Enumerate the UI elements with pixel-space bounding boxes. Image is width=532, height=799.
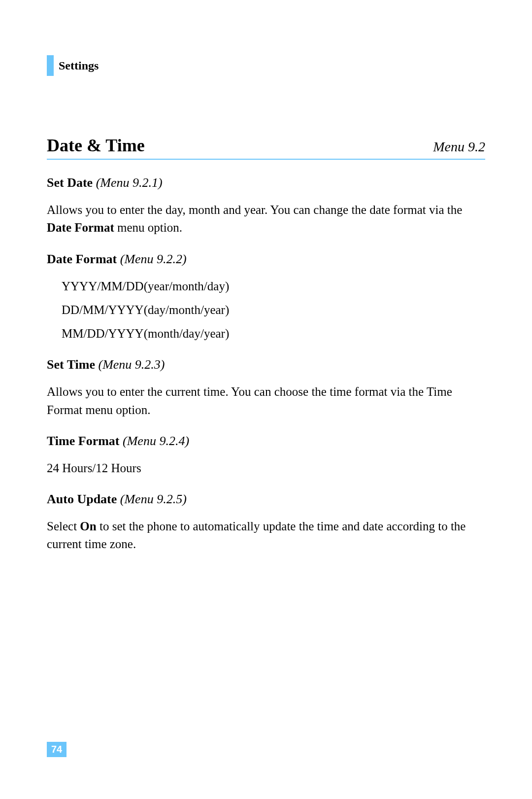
set-date-body: Allows you to enter the day, month and y… [47,201,485,237]
header-accent-bar [47,55,54,76]
page-content: Settings Date & Time Menu 9.2 Set Date (… [0,0,532,554]
set-date-title-text: Set Date [47,175,93,190]
auto-update-body-bold: On [80,520,96,533]
set-time-menu-ref: (Menu 9.2.3) [98,357,165,372]
date-format-item: MM/DD/YYYY(month/day/year) [62,325,485,343]
set-time-title-text: Set Time [47,357,95,372]
date-format-item: DD/MM/YYYY(day/month/year) [62,301,485,319]
time-format-body: 24 Hours/12 Hours [47,459,485,477]
time-format-title-text: Time Format [47,434,120,448]
date-format-title: Date Format (Menu 9.2.2) [47,252,485,267]
auto-update-menu-ref: (Menu 9.2.5) [120,492,187,506]
set-date-body-pre: Allows you to enter the day, month and y… [47,203,462,216]
set-date-body-post: menu option. [114,221,182,234]
auto-update-body: Select On to set the phone to automatica… [47,518,485,554]
auto-update-body-pre: Select [47,520,80,533]
auto-update-title-text: Auto Update [47,492,117,506]
section-time-format: Time Format (Menu 9.2.4) 24 Hours/12 Hou… [47,434,485,477]
time-format-menu-ref: (Menu 9.2.4) [123,434,189,448]
auto-update-body-post: to set the phone to automatically update… [47,520,466,551]
set-time-body: Allows you to enter the current time. Yo… [47,383,485,419]
page-menu-ref: Menu 9.2 [433,139,485,155]
date-format-menu-ref: (Menu 9.2.2) [120,252,187,266]
page-title: Date & Time [47,135,145,156]
auto-update-title: Auto Update (Menu 9.2.5) [47,492,485,507]
set-time-title: Set Time (Menu 9.2.3) [47,357,485,372]
section-date-format: Date Format (Menu 9.2.2) YYYY/MM/DD(year… [47,252,485,343]
title-row: Date & Time Menu 9.2 [47,135,485,160]
header-label: Settings [59,59,99,72]
section-set-time: Set Time (Menu 9.2.3) Allows you to ente… [47,357,485,419]
section-set-date: Set Date (Menu 9.2.1) Allows you to ente… [47,175,485,237]
date-format-list: YYYY/MM/DD(year/month/day) DD/MM/YYYY(da… [47,278,485,343]
section-auto-update: Auto Update (Menu 9.2.5) Select On to se… [47,492,485,554]
date-format-title-text: Date Format [47,252,117,266]
set-date-title: Set Date (Menu 9.2.1) [47,175,485,190]
page-number: 74 [47,742,66,757]
time-format-title: Time Format (Menu 9.2.4) [47,434,485,449]
set-date-body-bold: Date Format [47,221,114,234]
page-header: Settings [47,55,485,76]
set-date-menu-ref: (Menu 9.2.1) [96,175,163,190]
date-format-item: YYYY/MM/DD(year/month/day) [62,278,485,295]
